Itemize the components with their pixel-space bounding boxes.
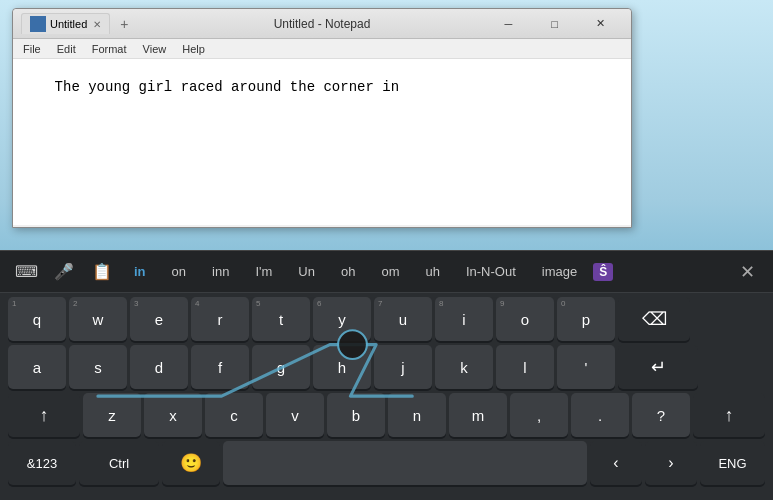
ctrl-key[interactable]: Ctrl xyxy=(79,441,159,485)
keyboard-row-3: ↑ z x c v b n m , . ? ↑ xyxy=(8,393,765,437)
key-v[interactable]: v xyxy=(266,393,324,437)
menu-file[interactable]: File xyxy=(17,39,47,58)
key-q[interactable]: 1q xyxy=(8,297,66,341)
suggestion-inn[interactable]: inn xyxy=(202,260,239,283)
suggestion-image[interactable]: image xyxy=(532,260,587,283)
window-controls: ─ □ ✕ xyxy=(486,9,623,38)
key-r[interactable]: 4r xyxy=(191,297,249,341)
space-key[interactable] xyxy=(223,441,587,485)
suggestion-uh[interactable]: uh xyxy=(415,260,449,283)
language-key[interactable]: ENG xyxy=(700,441,765,485)
menu-help[interactable]: Help xyxy=(176,39,211,58)
key-period[interactable]: . xyxy=(571,393,629,437)
tab-title: Untitled xyxy=(50,18,87,30)
notepad-titlebar: Untitled ✕ + Untitled - Notepad ─ □ ✕ xyxy=(13,9,631,39)
key-j[interactable]: j xyxy=(374,345,432,389)
keyboard-suggestion-bar: ⌨ 🎤 📋 in on inn I'm Un oh om uh In-N-Out… xyxy=(0,251,773,293)
shift-right-key[interactable]: ↑ xyxy=(693,393,765,437)
cursor-right-key[interactable]: › xyxy=(645,441,697,485)
menu-format[interactable]: Format xyxy=(86,39,133,58)
tab-close-btn[interactable]: ✕ xyxy=(93,19,101,30)
notepad-content-area[interactable]: The young girl raced around the corner i… xyxy=(13,59,631,225)
key-l[interactable]: l xyxy=(496,345,554,389)
suggestion-un[interactable]: Un xyxy=(288,260,325,283)
suggestion-innout[interactable]: In-N-Out xyxy=(456,260,526,283)
maximize-button[interactable]: □ xyxy=(532,9,577,38)
key-c[interactable]: c xyxy=(205,393,263,437)
menu-edit[interactable]: Edit xyxy=(51,39,82,58)
key-d[interactable]: d xyxy=(130,345,188,389)
brand-icon: Ŝ xyxy=(593,263,613,281)
key-comma[interactable]: , xyxy=(510,393,568,437)
key-n[interactable]: n xyxy=(388,393,446,437)
new-tab-button[interactable]: + xyxy=(116,16,132,32)
notepad-tab[interactable]: Untitled ✕ xyxy=(21,13,110,34)
suggestion-im[interactable]: I'm xyxy=(245,260,282,283)
key-o[interactable]: 9o xyxy=(496,297,554,341)
key-m[interactable]: m xyxy=(449,393,507,437)
keyboard-key-area: 1q 2w 3e 4r 5t 6y 7u 8i 9o 0p ⌫ a s d f … xyxy=(0,293,773,489)
key-b[interactable]: b xyxy=(327,393,385,437)
key-p[interactable]: 0p xyxy=(557,297,615,341)
keyboard-row-1: 1q 2w 3e 4r 5t 6y 7u 8i 9o 0p ⌫ xyxy=(8,297,765,341)
suggestion-on[interactable]: on xyxy=(162,260,196,283)
key-f[interactable]: f xyxy=(191,345,249,389)
clipboard-icon[interactable]: 📋 xyxy=(86,256,118,288)
suggestion-om[interactable]: om xyxy=(371,260,409,283)
microphone-icon[interactable]: 🎤 xyxy=(48,256,80,288)
app-icon xyxy=(30,16,46,32)
backspace-key[interactable]: ⌫ xyxy=(618,297,690,341)
keyboard-icon[interactable]: ⌨ xyxy=(10,256,42,288)
key-apostrophe[interactable]: ' xyxy=(557,345,615,389)
key-u[interactable]: 7u xyxy=(374,297,432,341)
notepad-menubar: File Edit Format View Help xyxy=(13,39,631,59)
shift-left-key[interactable]: ↑ xyxy=(8,393,80,437)
key-w[interactable]: 2w xyxy=(69,297,127,341)
keyboard-row-4: &123 Ctrl 🙂 ‹ › ENG xyxy=(8,441,765,485)
emoji-key[interactable]: 🙂 xyxy=(162,441,220,485)
key-e[interactable]: 3e xyxy=(130,297,188,341)
on-screen-keyboard: ⌨ 🎤 📋 in on inn I'm Un oh om uh In-N-Out… xyxy=(0,250,773,500)
key-g[interactable]: g xyxy=(252,345,310,389)
key-t[interactable]: 5t xyxy=(252,297,310,341)
notepad-text: The young girl raced around the corner i… xyxy=(55,79,399,95)
enter-key[interactable]: ↵ xyxy=(618,345,698,389)
keyboard-close-button[interactable]: ✕ xyxy=(732,257,763,287)
key-x[interactable]: x xyxy=(144,393,202,437)
key-i[interactable]: 8i xyxy=(435,297,493,341)
suggestion-oh[interactable]: oh xyxy=(331,260,365,283)
cursor-left-key[interactable]: ‹ xyxy=(590,441,642,485)
notepad-window: Untitled ✕ + Untitled - Notepad ─ □ ✕ Fi… xyxy=(12,8,632,228)
window-title: Untitled - Notepad xyxy=(274,17,371,31)
keyboard-row-2: a s d f g h j k l ' ↵ xyxy=(8,345,765,389)
suggestion-in[interactable]: in xyxy=(124,260,156,283)
close-button[interactable]: ✕ xyxy=(578,9,623,38)
titlebar-left: Untitled ✕ + xyxy=(21,13,132,34)
key-k[interactable]: k xyxy=(435,345,493,389)
key-h[interactable]: h xyxy=(313,345,371,389)
key-y[interactable]: 6y xyxy=(313,297,371,341)
key-question[interactable]: ? xyxy=(632,393,690,437)
key-s[interactable]: s xyxy=(69,345,127,389)
key-a[interactable]: a xyxy=(8,345,66,389)
numeric-key[interactable]: &123 xyxy=(8,441,76,485)
key-z[interactable]: z xyxy=(83,393,141,437)
menu-view[interactable]: View xyxy=(137,39,173,58)
minimize-button[interactable]: ─ xyxy=(486,9,531,38)
